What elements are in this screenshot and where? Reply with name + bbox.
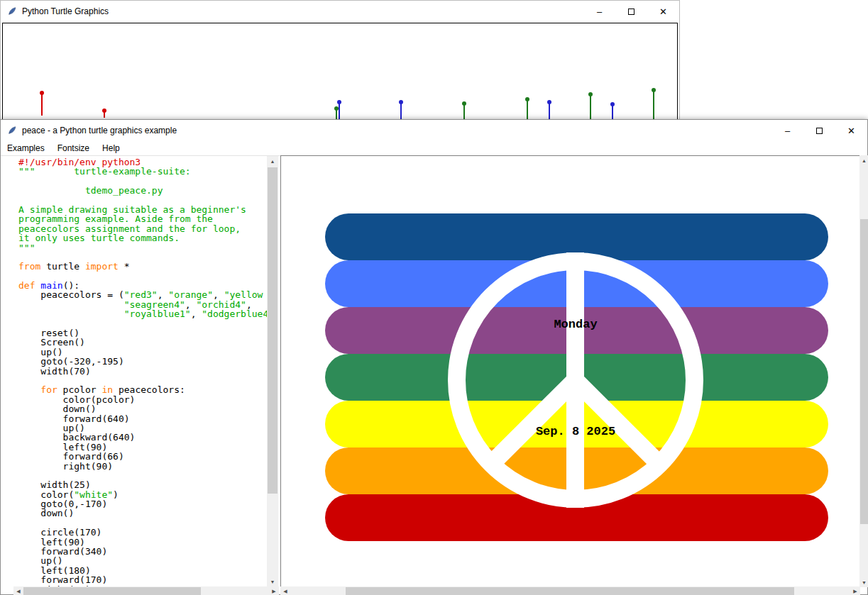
turtle-figure: [549, 104, 550, 121]
code-line: from turtle import *: [18, 262, 267, 271]
scroll-right-icon[interactable]: ▶: [269, 586, 279, 595]
minimize-button[interactable]: –: [771, 120, 803, 141]
front-window-title: peace - a Python turtle graphics example: [22, 126, 177, 135]
canvas-vertical-scrollbar[interactable]: ▲ ▼: [859, 155, 868, 587]
code-line: left(180): [18, 566, 267, 575]
tk-feather-icon: [7, 126, 17, 135]
code-line: left(90): [18, 443, 267, 452]
scrollbar-thumb[interactable]: [346, 587, 794, 595]
code-line: [18, 196, 267, 205]
scrollbar-thumb[interactable]: [23, 587, 201, 595]
turtle-figure: [463, 105, 465, 121]
front-titlebar[interactable]: peace - a Python turtle graphics example…: [1, 120, 867, 141]
menu-item-fontsize[interactable]: Fontsize: [51, 141, 96, 155]
code-line: it only uses turtle commands.: [18, 233, 267, 243]
maximize-button[interactable]: [803, 120, 835, 141]
code-text[interactable]: #!/usr/bin/env python3""" turtle-example…: [13, 156, 267, 586]
peace-demo-window: peace - a Python turtle graphics example…: [0, 119, 868, 595]
canvas-text: Sep. 8 2025: [536, 425, 615, 438]
turtle-figure: [612, 106, 613, 121]
scroll-up-icon[interactable]: ▲: [859, 155, 868, 165]
code-line: [18, 518, 267, 528]
code-line: Screen(): [18, 338, 267, 347]
code-line: A simple drawing suitable as a beginner'…: [18, 205, 267, 214]
maximize-icon: [816, 128, 823, 134]
code-line: up(): [18, 556, 267, 565]
code-line: forward(170): [18, 575, 267, 584]
canvas-horizontal-scrollbar[interactable]: ◀ ▶: [280, 586, 860, 595]
turtle-figure: [104, 112, 105, 118]
code-line: "seagreen4", "orchid4",: [18, 300, 267, 309]
turtle-figure: [653, 91, 654, 121]
code-line: programming example. Aside from the: [18, 214, 267, 223]
scroll-left-icon[interactable]: ◀: [280, 586, 290, 595]
code-line: "royalblue1", "dodgerblue4: [18, 309, 267, 318]
code-line: backward(640): [18, 433, 267, 442]
scroll-left-icon[interactable]: ◀: [13, 586, 23, 595]
code-horizontal-scrollbar[interactable]: ◀ ▶: [13, 586, 279, 595]
close-button[interactable]: ✕: [835, 120, 867, 141]
turtle-canvas: MondaySep. 8 2025: [280, 155, 860, 587]
close-button[interactable]: ✕: [647, 1, 679, 22]
code-line: """ turtle-example-suite:: [18, 167, 267, 176]
code-line: circle(170): [18, 528, 267, 537]
maximize-icon: [628, 9, 634, 15]
scroll-right-icon[interactable]: ▶: [850, 586, 860, 595]
turtle-figure: [590, 96, 591, 121]
code-line: [18, 471, 267, 480]
turtle-figure: [336, 110, 337, 120]
code-line: [18, 272, 267, 281]
turtle-figure: [339, 104, 340, 121]
scroll-down-icon[interactable]: ▼: [267, 577, 278, 586]
back-titlebar[interactable]: Python Turtle Graphics – ✕: [1, 1, 679, 22]
turtle-figure: [527, 101, 528, 121]
code-line: [18, 319, 267, 328]
tk-feather-icon: [7, 6, 17, 16]
code-line: [18, 252, 267, 262]
menu-bar: ExamplesFontsizeHelp: [1, 140, 867, 156]
back-window-title: Python Turtle Graphics: [22, 6, 109, 16]
code-line: goto(-320,-195): [18, 357, 267, 366]
code-line: forward(640): [18, 414, 267, 423]
scrollbar-thumb[interactable]: [860, 219, 868, 524]
code-line: right(90): [18, 462, 267, 471]
code-line: def main():: [18, 281, 267, 290]
code-line: forward(66): [18, 452, 267, 461]
scrollbar-thumb[interactable]: [268, 167, 278, 494]
code-line: width(25): [18, 480, 267, 489]
code-line: reset(): [18, 328, 267, 338]
code-line: goto(0,-170): [18, 499, 267, 508]
scroll-up-icon[interactable]: ▲: [267, 156, 278, 166]
code-line: peacecolors assignment and the for loop,: [18, 224, 267, 233]
code-line: up(): [18, 423, 267, 433]
code-line: down(): [18, 404, 267, 413]
code-line: forward(340): [18, 547, 267, 556]
code-line: left(90): [18, 538, 267, 547]
turtle-figure: [41, 94, 43, 116]
turtle-figure: [400, 104, 402, 121]
code-line: for pcolor in peacecolors:: [18, 385, 267, 394]
code-line: [18, 376, 267, 385]
code-line: tdemo_peace.py: [18, 186, 267, 195]
code-line: color("white"): [18, 490, 267, 499]
code-line: width(70): [18, 367, 267, 376]
minimize-button[interactable]: –: [583, 1, 615, 22]
code-vertical-scrollbar[interactable]: ▲ ▼: [267, 156, 278, 586]
scroll-down-icon[interactable]: ▼: [859, 577, 868, 587]
code-line: down(): [18, 508, 267, 518]
code-line: color(pcolor): [18, 395, 267, 404]
code-line: """: [18, 243, 267, 252]
maximize-button[interactable]: [615, 1, 647, 22]
code-line: #!/usr/bin/env python3: [18, 157, 267, 167]
code-line: [18, 177, 267, 186]
code-line: up(): [18, 347, 267, 357]
code-line: peacecolors = ("red3", "orange", "yellow: [18, 290, 267, 299]
canvas-text: Monday: [554, 318, 597, 331]
menu-item-help[interactable]: Help: [96, 141, 126, 155]
menu-item-examples[interactable]: Examples: [1, 141, 51, 155]
